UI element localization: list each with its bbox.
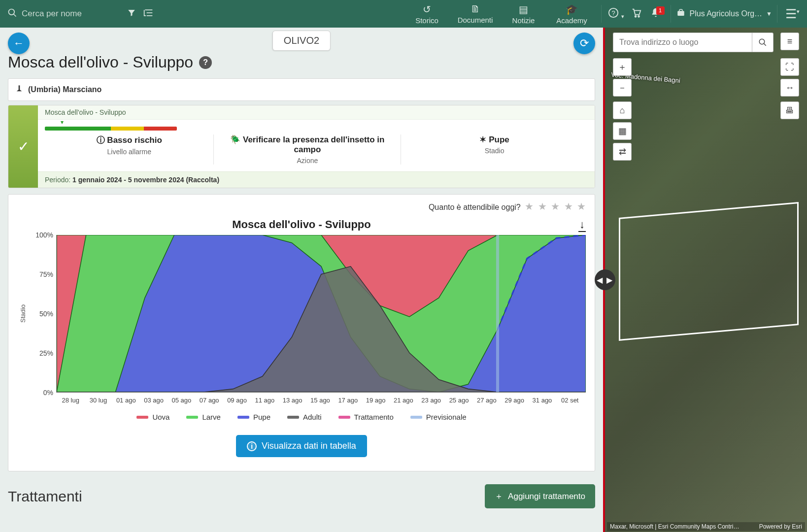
map-home-icon[interactable]: ⌂ [613,101,632,119]
star-2[interactable]: ★ [538,201,547,212]
map-attribution: Maxar, Microsoft | Esri Community Maps C… [607,522,805,531]
risk-sub: Livello allarme [49,148,209,156]
nav-documenti[interactable]: 🗎 Documenti [451,3,500,24]
location-bar[interactable]: (Umbria) Marsciano [8,78,595,101]
chart-ylabel: Stadio [17,235,29,393]
chip-row: ← OLIVO2 ⟳ [0,28,603,53]
nav-label: Academy [556,16,587,25]
chart-yaxis: 0%25%50%75%100% [29,235,56,393]
legend-swatch [410,416,422,419]
cart-icon[interactable] [626,7,646,21]
map-fit-width-icon[interactable]: ↔ [780,79,799,97]
content-pane: ← OLIVO2 ⟳ Mosca dell'olivo - Sviluppo ?… [0,28,605,532]
chart-plot[interactable] [56,235,586,393]
split-handle[interactable]: ◀ ▶ [595,269,615,290]
divider [777,5,777,23]
documents-icon: 🗎 [471,3,480,15]
download-chart-icon[interactable]: ↓ [578,218,586,232]
page-title-row: Mosca dell'olivo - Sviluppo ? [0,53,603,78]
view-table-button[interactable]: i Visualizza dati in tabella [236,435,367,457]
briefcase-icon [676,8,686,19]
period-value: 1 gennaio 2024 - 5 novembre 2024 (Raccol… [72,176,219,184]
main-menu-icon[interactable]: ☰▾ [782,6,802,22]
info-icon: ⓘ [97,135,105,145]
xtick: 19 ago [362,397,389,404]
xtick: 13 ago [279,397,306,404]
action-sub: Azione [218,157,397,165]
svg-point-13 [759,39,765,44]
search-input[interactable] [20,6,123,22]
tree-list-icon[interactable] [140,8,157,20]
action-label: Verificare la presenza dell'insetto in c… [243,135,385,154]
map-search-button[interactable] [752,33,773,52]
view-table-label: Visualizza dati in tabella [262,441,356,451]
svg-rect-10 [19,85,20,90]
org-label: Plus Agricolus Org… [690,9,763,18]
field-chip[interactable]: OLIVO2 [272,31,331,51]
status-ok-indicator: ✓ [8,105,38,188]
nav-notizie[interactable]: ▤ Notizie [500,3,548,25]
xtick: 31 ago [528,397,556,404]
legend-item[interactable]: Adulti [287,413,322,421]
map-zoom-out[interactable]: － [613,79,632,97]
notification-badge: 1 [656,6,665,15]
plus-icon: ＋ [495,491,503,502]
legend-label: Previsionale [426,413,467,421]
map-crop-icon[interactable]: ⛶ [780,58,799,76]
svg-point-7 [635,15,636,17]
back-button[interactable]: ← [8,33,30,54]
map-pane[interactable]: Voc. Madonna dei Bagni ≡ ⛶ ↔ 🖶 ＋ － ⌂ ▦ ⇄… [605,28,807,532]
add-treatment-button[interactable]: ＋ Aggiungi trattamento [485,484,595,508]
legend-swatch [338,416,350,419]
treatments-title: Trattamenti [8,488,82,505]
org-selector[interactable]: Plus Agricolus Org… ▼ [676,8,773,19]
star-3[interactable]: ★ [551,201,560,212]
xtick: 03 ago [140,397,168,404]
map-layers-menu-icon[interactable]: ≡ [780,33,799,50]
svg-text:?: ? [611,9,615,16]
legend-item[interactable]: Larve [186,413,221,421]
star-4[interactable]: ★ [564,201,573,212]
stage-label: Pupe [489,135,509,144]
star-5[interactable]: ★ [577,201,586,212]
search-icon[interactable] [5,8,20,20]
nav-label: Notizie [512,16,535,25]
map-zoom-in[interactable]: ＋ [613,58,632,76]
status-stage: ✶ Pupe Stadio [401,134,588,165]
map-search [613,33,773,52]
nav-label: Storico [415,16,438,25]
notifications-icon[interactable]: 1 [646,7,666,21]
map-search-input[interactable] [613,33,752,52]
map-tools-group: ⌂ ▦ ⇄ [613,101,632,161]
map-print-icon[interactable]: 🖶 [780,101,799,119]
nav-storico[interactable]: ↺ Storico [403,3,451,25]
info-icon: i [247,441,257,451]
topbar: ↺ Storico 🗎 Documenti ▤ Notizie 🎓 Academ… [0,0,807,28]
map-qr-icon[interactable]: ▦ [613,122,632,140]
map-field-polygon[interactable] [619,202,799,341]
legend-item[interactable]: Uova [136,413,169,421]
map-swap-icon[interactable]: ⇄ [613,143,632,161]
nav-academy[interactable]: 🎓 Academy [548,3,596,25]
ytick: 75% [39,270,53,278]
xtick: 17 ago [334,397,362,404]
map-zoom-group: ＋ － [613,58,632,97]
map-attr-right: Powered by Esri [759,523,802,530]
status-action: 🪲 Verificare la presenza dell'insetto in… [214,134,401,165]
legend-swatch [287,416,299,419]
xtick: 27 ago [473,397,501,404]
status-header: Mosca dell'olivo - Sviluppo [38,105,595,120]
refresh-button[interactable]: ⟳ [573,33,595,54]
filter-icon[interactable] [123,8,140,20]
help-icon[interactable]: ? [199,56,212,69]
bug-icon: 🪲 [230,135,240,144]
legend-item[interactable]: Previsionale [410,413,467,421]
star-1[interactable]: ★ [525,201,534,212]
xtick: 01 ago [112,397,140,404]
reliability-label: Quanto è attendibile oggi? [429,203,521,211]
news-icon: ▤ [519,3,528,15]
legend-item[interactable]: Pupe [237,413,270,421]
ytick: 50% [39,310,53,318]
legend-item[interactable]: Trattamento [338,413,394,421]
help-menu[interactable]: ? ▾ [606,7,626,21]
